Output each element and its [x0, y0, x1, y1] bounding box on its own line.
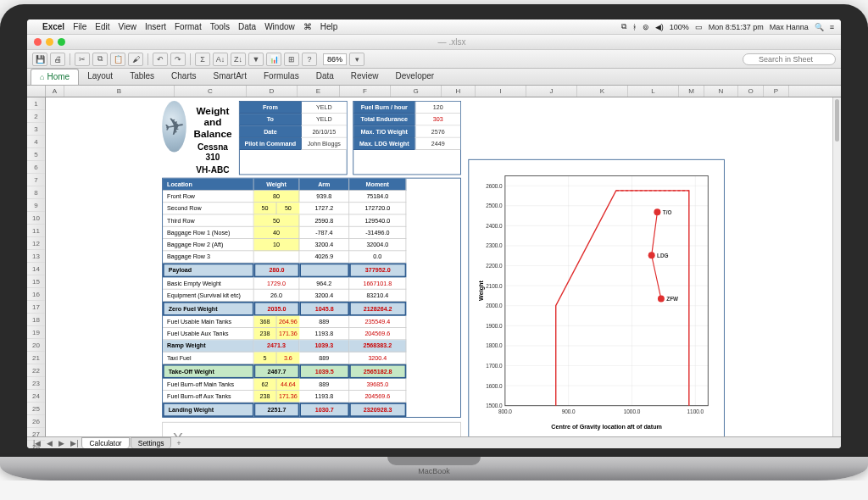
wt[interactable]: 1729.0 — [254, 277, 300, 289]
row-4[interactable]: 4 — [27, 136, 45, 148]
tab-formulas[interactable]: Formulas — [255, 69, 308, 85]
col-b[interactable]: B — [64, 86, 175, 97]
col-a[interactable]: A — [46, 86, 64, 97]
col-m[interactable]: M — [679, 86, 704, 97]
row-2[interactable]: 2 — [27, 110, 45, 123]
wt[interactable]: 2467.7 — [254, 364, 300, 379]
wt[interactable]: 80 — [254, 191, 300, 203]
row-8[interactable]: 8 — [27, 186, 45, 199]
scrollbar-vertical[interactable] — [832, 97, 841, 436]
sheet-nav-prev-icon[interactable]: ◀ — [44, 439, 55, 447]
row-3[interactable]: 3 — [27, 123, 45, 136]
zoom-dropdown-icon[interactable]: ▾ — [349, 53, 364, 66]
sheet-nav-last-icon[interactable]: ▶| — [68, 439, 81, 447]
info-value[interactable]: YELD — [301, 102, 347, 114]
wt[interactable]: 50 — [254, 214, 300, 226]
wt1[interactable]: 238 — [254, 328, 277, 340]
wt1[interactable]: 368 — [254, 316, 277, 328]
col-n[interactable]: N — [704, 86, 738, 97]
col-l[interactable]: L — [628, 86, 679, 97]
minimize-icon[interactable] — [46, 38, 53, 46]
col-j[interactable]: J — [526, 86, 577, 97]
save-icon[interactable]: 💾 — [32, 53, 47, 66]
menu-window[interactable]: Window — [264, 22, 295, 31]
menu-file[interactable]: File — [73, 22, 86, 31]
search-input[interactable] — [743, 53, 836, 65]
row-16[interactable]: 16 — [27, 288, 45, 301]
filter-icon[interactable]: ▼ — [248, 53, 264, 66]
wt2[interactable]: 171.36 — [276, 391, 299, 403]
info-value[interactable]: YELD — [301, 114, 347, 125]
tab-home[interactable]: ⌂Home — [31, 69, 79, 85]
tab-data[interactable]: Data — [308, 69, 342, 85]
menu-edit[interactable]: Edit — [95, 22, 109, 31]
col-p[interactable]: P — [764, 86, 789, 97]
menubar-app[interactable]: Excel — [42, 22, 64, 31]
wt[interactable] — [254, 251, 300, 263]
row-20[interactable]: 20 — [27, 339, 45, 352]
row-23[interactable]: 23 — [27, 377, 45, 390]
row-14[interactable]: 14 — [27, 263, 45, 275]
wt[interactable]: 2471.3 — [254, 340, 300, 352]
col-f[interactable]: F — [340, 86, 391, 97]
wt1[interactable]: 50 — [254, 203, 277, 214]
tab-layout[interactable]: Layout — [79, 69, 121, 85]
sheet-body[interactable]: Weight and Balance Cessna 310 VH-ABC Fro… — [46, 97, 841, 436]
spotlight-icon[interactable]: 🔍 — [815, 23, 824, 31]
show-icon[interactable]: ⊞ — [284, 53, 299, 66]
zoom-level[interactable]: 86% — [323, 53, 347, 65]
paste-icon[interactable]: 📋 — [110, 53, 125, 66]
row-12[interactable]: 12 — [27, 237, 45, 250]
wt1[interactable]: 5 — [254, 353, 277, 364]
wt[interactable]: 40 — [254, 227, 300, 239]
col-k[interactable]: K — [577, 86, 628, 97]
tab-review[interactable]: Review — [342, 69, 387, 85]
wt2[interactable]: 3.6 — [276, 353, 299, 364]
col-c[interactable]: C — [175, 86, 247, 97]
sort-icon[interactable]: A↓ — [213, 53, 228, 66]
col-i[interactable]: I — [476, 86, 526, 97]
menu-help[interactable]: Help — [320, 22, 338, 31]
format-painter-icon[interactable]: 🖌 — [128, 53, 143, 66]
wt[interactable]: 2251.7 — [254, 403, 300, 417]
wifi-icon[interactable]: ⊚ — [643, 23, 649, 31]
row-19[interactable]: 19 — [27, 326, 45, 339]
row-26[interactable]: 26 — [27, 415, 45, 428]
maximize-icon[interactable] — [58, 38, 65, 46]
select-all-corner[interactable] — [27, 86, 46, 97]
sheet-nav-next-icon[interactable]: ▶ — [56, 439, 67, 447]
wt[interactable]: 26.0 — [254, 290, 300, 302]
menu-format[interactable]: Format — [175, 22, 202, 31]
row-5[interactable]: 5 — [27, 148, 45, 161]
print-icon[interactable]: 🖨 — [50, 53, 65, 66]
row-17[interactable]: 17 — [27, 301, 45, 314]
row-22[interactable]: 22 — [27, 364, 45, 377]
cut-icon[interactable]: ✂ — [75, 53, 90, 66]
menu-view[interactable]: View — [119, 22, 137, 31]
script-icon[interactable]: ⌘ — [303, 22, 312, 31]
undo-icon[interactable]: ↶ — [153, 53, 168, 66]
sheet-tab-calculator[interactable]: Calculator — [81, 437, 129, 448]
volume-icon[interactable]: ◀) — [655, 23, 664, 31]
col-d[interactable]: D — [247, 86, 298, 97]
wt[interactable]: 2035.0 — [254, 302, 300, 316]
wt[interactable]: 10 — [254, 239, 300, 251]
help-icon[interactable]: ? — [302, 53, 317, 66]
row-7[interactable]: 7 — [27, 174, 45, 186]
info-value[interactable]: John Bloggs — [301, 138, 347, 150]
row-18[interactable]: 18 — [27, 314, 45, 326]
row-11[interactable]: 11 — [27, 225, 45, 237]
col-e[interactable]: E — [298, 86, 340, 97]
row-6[interactable]: 6 — [27, 161, 45, 174]
col-g[interactable]: G — [391, 86, 442, 97]
tab-charts[interactable]: Charts — [163, 69, 204, 85]
tab-developer[interactable]: Developer — [387, 69, 443, 85]
tab-smartart[interactable]: SmartArt — [205, 69, 255, 85]
add-sheet-icon[interactable]: + — [172, 439, 185, 447]
menu-insert[interactable]: Insert — [145, 22, 166, 31]
menu-tools[interactable]: Tools — [210, 22, 230, 31]
copy-icon[interactable]: ⧉ — [92, 53, 108, 66]
dropbox-icon[interactable]: ⧉ — [621, 22, 626, 31]
sort-desc-icon[interactable]: Z↓ — [231, 53, 246, 66]
sheet-tab-settings[interactable]: Settings — [131, 437, 172, 448]
